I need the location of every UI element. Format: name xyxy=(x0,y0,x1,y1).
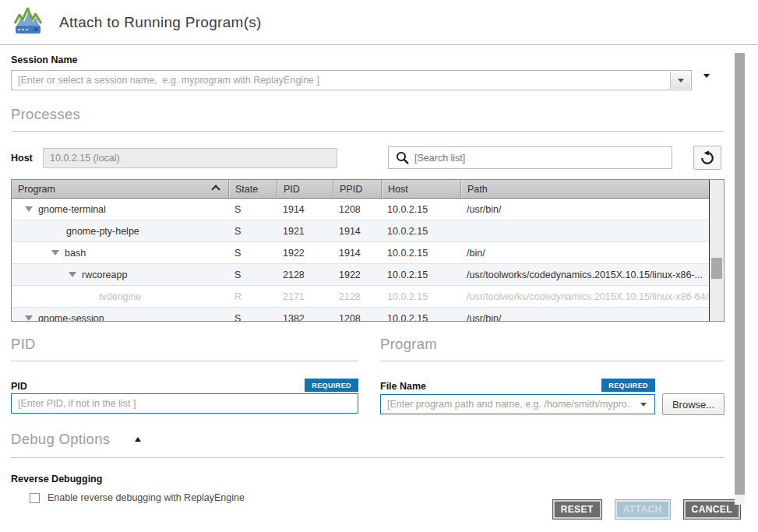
file-name-input[interactable] xyxy=(381,395,654,414)
process-ppid: 1208 xyxy=(333,308,381,321)
process-state: R xyxy=(228,286,277,307)
process-host: 10.0.2.15 xyxy=(381,242,460,263)
chevron-down-icon xyxy=(640,403,647,407)
collapse-section-icon[interactable] xyxy=(135,437,141,442)
session-name-combobox[interactable] xyxy=(11,70,692,90)
process-ppid: 1208 xyxy=(333,199,381,220)
table-scrollbar-thumb[interactable] xyxy=(711,258,722,279)
process-row[interactable]: gnome-pty-helpeS1921191410.0.2.15 xyxy=(12,220,709,242)
divider xyxy=(380,361,725,361)
table-scrollbar[interactable] xyxy=(709,180,724,321)
process-host: 10.0.2.15 xyxy=(381,220,460,241)
search-icon xyxy=(396,151,409,164)
expander-icon[interactable] xyxy=(25,315,33,321)
search-input[interactable] xyxy=(414,153,672,164)
process-ppid: 1922 xyxy=(333,264,381,285)
codedynamics-logo-icon xyxy=(12,5,44,40)
pid-section-heading: PID xyxy=(11,336,358,353)
process-state: S xyxy=(228,220,277,241)
reverse-debugging-label: Reverse Debugging xyxy=(11,474,725,484)
process-state: S xyxy=(228,199,277,220)
file-name-dropdown-button[interactable] xyxy=(633,396,654,413)
process-name: tvdengine xyxy=(99,291,141,302)
browse-button[interactable]: Browse... xyxy=(662,393,725,415)
debug-options-heading: Debug Options xyxy=(11,431,110,448)
host-label: Host xyxy=(11,153,43,164)
chevron-down-icon xyxy=(678,79,684,83)
process-row[interactable]: tvdengineR2171212810.0.2.15/usr/toolwork… xyxy=(12,286,709,308)
process-path: /usr/toolworks/codedynamics.2015X.10.15/… xyxy=(460,264,709,285)
process-host: 10.0.2.15 xyxy=(381,308,460,321)
program-section-heading: Program xyxy=(380,336,725,353)
expander-icon[interactable] xyxy=(51,250,59,255)
process-ppid: 1914 xyxy=(333,220,381,241)
process-row[interactable]: bashS1922191410.0.2.15/bin/ xyxy=(12,242,709,264)
process-row[interactable]: gnome-sessionS1382120810.0.2.15/usr/bin/ xyxy=(12,308,709,321)
search-box[interactable] xyxy=(388,146,672,169)
column-header-ppid[interactable]: PPID xyxy=(333,180,381,198)
process-pid: 1382 xyxy=(277,308,333,321)
replayengine-checkbox[interactable] xyxy=(30,493,40,503)
process-pid: 1922 xyxy=(277,242,333,263)
pid-input[interactable] xyxy=(12,394,358,413)
session-dropdown-button[interactable] xyxy=(670,72,690,89)
page-scrollbar[interactable] xyxy=(735,53,745,505)
pid-field-label: PID xyxy=(11,381,27,392)
session-menu-arrow-icon[interactable] xyxy=(703,78,710,92)
column-header-host[interactable]: Host xyxy=(381,180,460,198)
column-header-state[interactable]: State xyxy=(228,180,277,198)
cancel-button[interactable]: CANCEL xyxy=(683,499,741,520)
expander-icon[interactable] xyxy=(25,206,33,212)
replayengine-checkbox-label: Enable reverse debugging with ReplayEngi… xyxy=(48,492,245,503)
process-name: gnome-pty-helpe xyxy=(66,226,139,237)
process-path: /bin/ xyxy=(460,242,709,263)
process-row[interactable]: rwcoreappS2128192210.0.2.15/usr/toolwork… xyxy=(12,264,709,286)
process-path: /usr/bin/ xyxy=(460,199,709,220)
expander-icon[interactable] xyxy=(69,272,76,277)
process-host: 10.0.2.15 xyxy=(381,286,460,307)
process-pid: 1921 xyxy=(277,220,333,241)
process-ppid: 1914 xyxy=(333,242,381,263)
file-name-required-badge: REQUIRED xyxy=(601,379,655,392)
process-table-body: gnome-terminalS1914120810.0.2.15/usr/bin… xyxy=(12,199,709,321)
file-name-combobox[interactable] xyxy=(380,394,655,414)
process-path: /usr/bin/ xyxy=(460,308,709,321)
column-header-path[interactable]: Path xyxy=(460,180,709,198)
process-table-header: Program State PID PPID Host Path xyxy=(12,180,709,199)
refresh-icon xyxy=(700,150,715,166)
pid-field[interactable] xyxy=(11,393,358,414)
session-name-label: Session Name xyxy=(11,55,725,65)
divider xyxy=(11,361,358,361)
process-name: bash xyxy=(65,248,86,259)
page-scrollbar-thumb[interactable] xyxy=(735,53,745,495)
session-name-input[interactable] xyxy=(12,71,691,90)
column-header-program[interactable]: Program xyxy=(12,180,228,198)
file-name-label: File Name xyxy=(380,381,426,392)
process-name: gnome-terminal xyxy=(38,204,106,215)
process-state: S xyxy=(228,264,277,285)
column-header-pid[interactable]: PID xyxy=(277,180,333,198)
divider xyxy=(11,131,725,132)
attach-button[interactable]: ATTACH xyxy=(615,499,671,520)
process-pid: 2128 xyxy=(277,264,333,285)
process-name: gnome-session xyxy=(38,313,104,322)
process-pid: 1914 xyxy=(277,199,333,220)
process-table: Program State PID PPID Host Path gnome-t… xyxy=(11,179,725,322)
divider xyxy=(11,457,725,458)
process-host: 10.0.2.15 xyxy=(381,199,460,220)
process-ppid: 2128 xyxy=(333,286,381,307)
process-state: S xyxy=(228,242,277,263)
process-path: /usr/toolworks/codedynamics.2015X.10.15/… xyxy=(460,286,709,307)
processes-heading: Processes xyxy=(11,106,725,123)
process-pid: 2171 xyxy=(277,286,333,307)
process-row[interactable]: gnome-terminalS1914120810.0.2.15/usr/bin… xyxy=(12,199,709,220)
process-state: S xyxy=(228,308,277,321)
dialog-header: Attach to Running Program(s) xyxy=(0,0,758,45)
process-name: rwcoreapp xyxy=(82,270,127,280)
host-field: 10.0.2.15 (local) xyxy=(43,148,337,168)
pid-required-badge: REQUIRED xyxy=(305,379,358,392)
refresh-list-button[interactable] xyxy=(693,146,721,170)
footer-buttons: RESET ATTACH CANCEL xyxy=(552,499,741,520)
reset-button[interactable]: RESET xyxy=(552,499,602,520)
sort-ascending-icon xyxy=(211,185,220,193)
